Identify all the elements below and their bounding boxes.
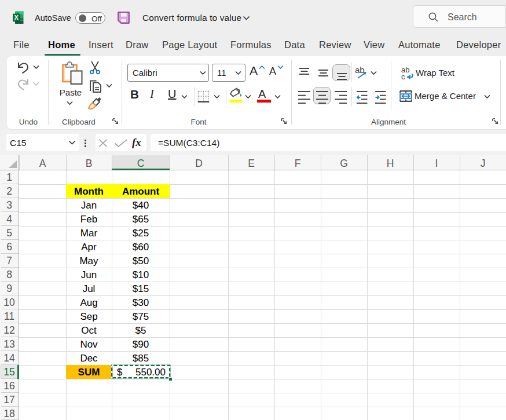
svg-text:X: X — [14, 14, 19, 21]
svg-text:c: c — [401, 72, 405, 81]
svg-text:ab: ab — [355, 65, 365, 75]
